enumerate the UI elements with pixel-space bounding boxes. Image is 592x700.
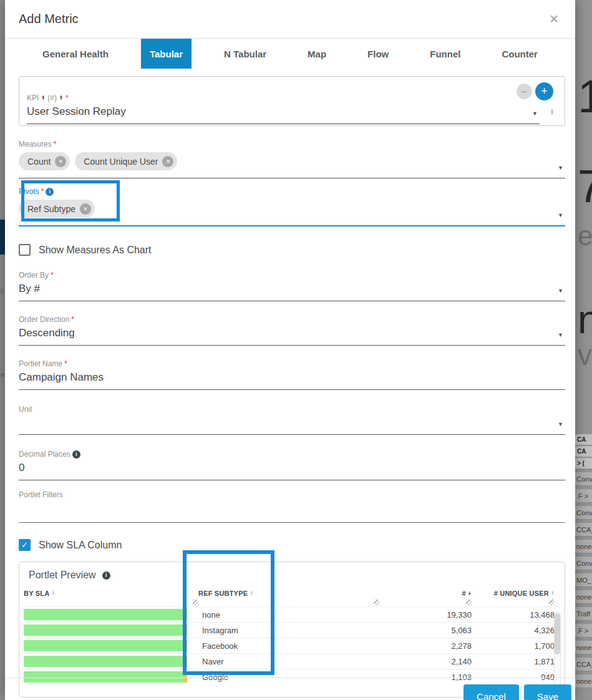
order-by-label: Order By* (19, 271, 565, 280)
background-row-fragment: none (575, 641, 592, 654)
sort-icon: ▲▼ (51, 591, 55, 595)
portlet-filters-input[interactable] (19, 499, 565, 523)
portlet-name-label: Portlet Name* (19, 359, 565, 368)
chevron-down-icon[interactable]: ▼ (558, 165, 563, 171)
add-kpi-button[interactable]: + (535, 82, 553, 100)
show-sla-checkbox[interactable]: ✓ (19, 539, 31, 551)
preview-scrollbar-track[interactable] (554, 612, 561, 693)
chevron-down-icon[interactable]: ▼ (558, 212, 563, 218)
cancel-button[interactable]: Cancel (463, 684, 519, 700)
show-measures-chart-checkbox[interactable] (19, 244, 31, 256)
table-row: none 19,330 13,468 (24, 606, 558, 622)
pivot-chip: Ref Subtype ✕ (19, 200, 95, 218)
table-row: Instagram 5,063 4,326 (24, 622, 558, 638)
column-header-unique-user[interactable]: # UNIQUE USER ▲▼ (472, 590, 555, 597)
background-row-fragment: none (575, 540, 592, 553)
measures-select[interactable]: Count ✕ Count Unique User ✕ ▼ (19, 148, 565, 178)
tab-funnel[interactable]: Funnel (421, 39, 469, 69)
required-asterisk: * (51, 271, 54, 280)
column-resize-handle[interactable] (193, 600, 198, 605)
background-text-fragment: e (1, 371, 4, 378)
tab-counter[interactable]: Counter (493, 39, 546, 69)
portlet-filters-field: Portlet Filters (19, 490, 565, 523)
chevron-down-icon[interactable]: ▼ (558, 332, 563, 338)
remove-kpi-button[interactable]: − (517, 84, 532, 99)
tab-map[interactable]: Map (299, 39, 335, 69)
close-icon[interactable]: ✕ (549, 12, 559, 26)
show-sla-label: Show SLA Column (39, 540, 122, 551)
ref-subtype-cell: Naver (198, 657, 379, 666)
required-asterisk: * (66, 94, 69, 102)
chevron-down-icon[interactable]: ▼ (558, 421, 563, 427)
preview-table-header: BY SLA ▲▼ REF SUBTYPE ▲▼ # ▲▼ # UNIQUE U… (24, 590, 558, 597)
ref-subtype-cell: Instagram (198, 626, 379, 635)
remove-chip-icon[interactable]: ✕ (162, 156, 173, 167)
kpi-select[interactable]: User Session Replay ▼ (27, 102, 540, 124)
count-cell: 2,140 (379, 657, 472, 666)
kpi-reorder-spinner[interactable]: ▲▼ (550, 109, 555, 115)
background-row-fragment: Conv (575, 472, 592, 486)
background-big-letter: vo (578, 341, 592, 369)
pivots-select[interactable]: Ref Subtype ✕ ▼ (19, 196, 565, 226)
sla-bar (24, 656, 187, 667)
measures-label: Measures* (19, 140, 565, 148)
background-big-number: 7 (578, 163, 592, 210)
unit-select[interactable]: ▼ (19, 414, 565, 435)
order-direction-label: Order Direction* (19, 315, 565, 324)
portlet-filters-label: Portlet Filters (19, 490, 565, 499)
background-dashboard-strip: 1 7 e n vo CA CA > ( Conv .F > Conv CCA_… (575, 0, 592, 700)
background-row-fragment: none (575, 590, 592, 604)
table-row: Facebook 2,278 1,700 (24, 638, 558, 653)
column-header-by-sla[interactable]: BY SLA ▲▼ (24, 590, 198, 597)
order-direction-select[interactable]: Descending ▼ (19, 324, 565, 346)
decimal-places-input[interactable]: 0 (19, 459, 565, 480)
background-row-fragment: .F > (575, 624, 592, 638)
dialog-header: Add Metric ✕ (5, 0, 575, 39)
column-header-count[interactable]: # ▲▼ (379, 590, 472, 597)
measures-field: Measures* Count ✕ Count Unique User ✕ ▼ (19, 140, 565, 178)
info-icon[interactable]: i (102, 571, 110, 580)
column-resize-handle[interactable] (549, 600, 555, 605)
tab-flow[interactable]: Flow (359, 39, 397, 69)
background-big-number: 1 (578, 74, 592, 120)
preview-scrollbar-thumb[interactable] (555, 613, 560, 654)
measure-chip: Count Unique User ✕ (75, 152, 177, 170)
table-row: Google 1,103 949 (24, 669, 558, 684)
background-big-letter: n (578, 299, 592, 339)
background-text-fragment: c (1, 287, 4, 294)
table-row: Naver 2,140 1,871 (24, 653, 558, 669)
sort-toggle-icon[interactable]: ▲▼ (41, 95, 45, 100)
info-icon[interactable]: i (72, 450, 80, 459)
order-direction-field: Order Direction* Descending ▼ (19, 315, 565, 346)
required-asterisk: * (41, 187, 44, 196)
background-badge: > ( (575, 458, 592, 469)
column-resize-row (24, 598, 558, 606)
column-resize-handle[interactable] (466, 600, 472, 605)
background-row-fragment: Traff (575, 607, 592, 621)
background-row-fragment: MO_ (575, 573, 592, 587)
background-row-fragment: .F > (575, 489, 592, 503)
info-icon[interactable]: i (46, 188, 54, 196)
save-button[interactable]: Save (524, 684, 571, 700)
remove-chip-icon[interactable]: ✕ (80, 203, 91, 215)
remove-chip-icon[interactable]: ✕ (55, 156, 66, 167)
sort-toggle-icon[interactable]: ▲▼ (59, 95, 63, 100)
order-by-field: Order By* By # ▼ (19, 271, 565, 301)
tab-n-tabular[interactable]: N Tabular (215, 39, 275, 69)
chevron-down-icon[interactable]: ▼ (558, 288, 563, 294)
chevron-down-icon[interactable]: ▼ (532, 110, 538, 117)
count-cell: 5,063 (379, 626, 472, 635)
portlet-name-input[interactable]: Campaign Names (19, 368, 565, 390)
count-cell: 1,103 (379, 673, 472, 682)
column-header-ref-subtype[interactable]: REF SUBTYPE ▲▼ (198, 590, 379, 597)
background-big-letter: e (578, 222, 592, 250)
unique-user-cell: 1,700 (472, 641, 555, 651)
tab-general-health[interactable]: General Health (34, 39, 117, 69)
sla-bar (24, 640, 187, 651)
pivots-field: Pivots* i Ref Subtype ✕ ▼ (19, 187, 565, 226)
tab-tabular[interactable]: Tabular (141, 39, 192, 69)
column-resize-handle[interactable] (374, 600, 379, 605)
background-row-fragment: CCA_ (575, 523, 592, 537)
background-row-fragment: Conv (575, 506, 592, 520)
order-by-select[interactable]: By # ▼ (19, 280, 565, 301)
